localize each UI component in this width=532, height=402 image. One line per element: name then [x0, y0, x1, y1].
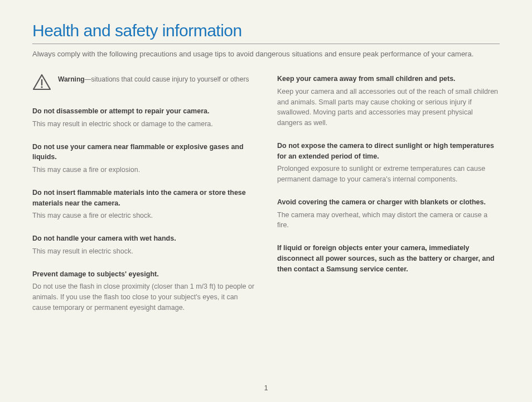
section-body: This may cause a fire or electric shock. [32, 210, 255, 221]
section-heading: Prevent damage to subjects' eyesight. [32, 269, 255, 280]
warning-label: Warning [58, 75, 85, 83]
section-heading: Do not expose the camera to direct sunli… [277, 141, 500, 162]
warning-desc: —situations that could cause injury to y… [85, 75, 249, 83]
section-body: This may cause a fire or explosion. [32, 165, 255, 175]
left-column: Warning—situations that could cause inju… [32, 74, 255, 326]
warning-icon [32, 74, 51, 90]
section-body: This may result in electric shock or dam… [32, 119, 255, 130]
safety-section: Avoid covering the camera or charger wit… [277, 197, 500, 231]
page-number: 1 [0, 384, 532, 392]
warning-text: Warning—situations that could cause inju… [58, 74, 249, 84]
section-heading: Do not disassemble or attempt to repair … [32, 106, 255, 117]
section-body: Do not use the flash in close proximity … [32, 281, 255, 313]
section-heading: Do not use your camera near flammable or… [32, 142, 255, 163]
page-title: Health and safety information [32, 21, 500, 44]
right-column: Keep your camera away from small childre… [277, 74, 500, 326]
safety-section: Do not insert flammable materials into t… [32, 188, 255, 221]
section-heading: Avoid covering the camera or charger wit… [277, 197, 500, 208]
section-heading: Do not handle your camera with wet hands… [32, 233, 255, 244]
warning-block: Warning—situations that could cause inju… [32, 74, 255, 90]
section-body: This may result in electric shock. [32, 246, 255, 257]
safety-section: Do not disassemble or attempt to repair … [32, 106, 255, 130]
section-heading: Keep your camera away from small childre… [277, 74, 500, 84]
safety-section: Do not handle your camera with wet hands… [32, 233, 255, 257]
intro-text: Always comply with the following precaut… [32, 50, 500, 58]
section-heading: Do not insert flammable materials into t… [32, 188, 255, 209]
manual-page: Health and safety information Always com… [0, 0, 532, 326]
safety-section: If liquid or foreign objects enter your … [277, 243, 500, 274]
section-heading: If liquid or foreign objects enter your … [277, 243, 500, 274]
safety-section: Do not expose the camera to direct sunli… [277, 141, 500, 185]
section-body: Prolonged exposure to sunlight or extrem… [277, 164, 500, 185]
content-columns: Warning—situations that could cause inju… [32, 74, 500, 326]
section-body: The camera may overheat, which may disto… [277, 210, 500, 231]
svg-point-1 [41, 86, 42, 88]
safety-section: Do not use your camera near flammable or… [32, 142, 255, 175]
safety-section: Prevent damage to subjects' eyesight.Do … [32, 269, 255, 313]
safety-section: Keep your camera away from small childre… [277, 74, 500, 128]
section-body: Keep your camera and all accessories out… [277, 87, 500, 128]
